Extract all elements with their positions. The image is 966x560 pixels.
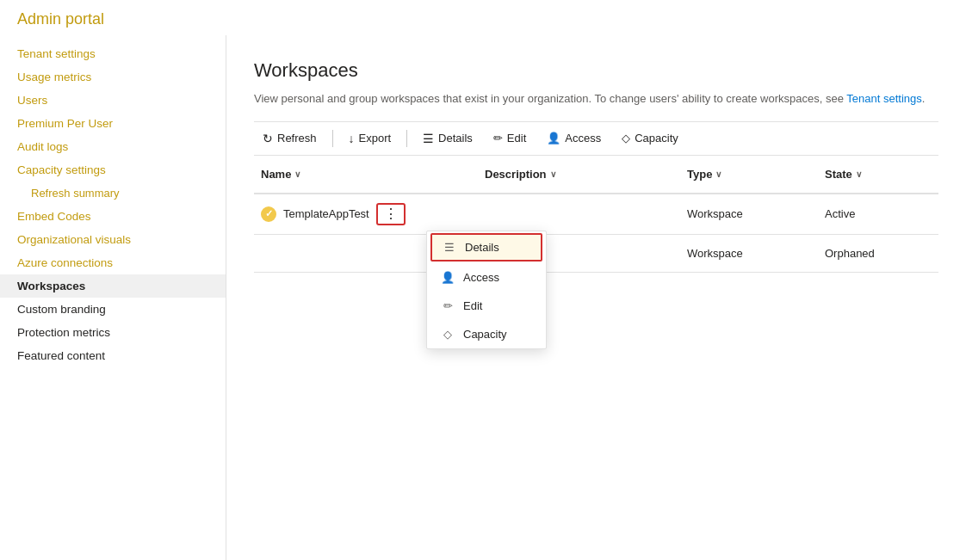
col-header-state[interactable]: State ∨ — [818, 164, 938, 184]
sidebar: Tenant settings Usage metrics Users Prem… — [0, 35, 226, 560]
sidebar-item-featured-content[interactable]: Featured content — [0, 344, 226, 367]
tenant-settings-link[interactable]: Tenant settings — [846, 92, 921, 105]
row1-name-cell: TemplateAppTest ⋮ — [254, 194, 478, 234]
table-row: Workspace Orphaned — [254, 235, 938, 273]
sidebar-item-capacity-settings[interactable]: Capacity settings — [0, 158, 226, 182]
workspaces-table: Name ∨ Description ∨ Type ∨ State ∨ — [254, 156, 938, 273]
toolbar: ↻ Refresh ↓ Export ☰ Details ✏ Edit 👤 Ac… — [254, 121, 938, 156]
capacity-menu-icon: ◇ — [441, 328, 455, 341]
main-layout: Tenant settings Usage metrics Users Prem… — [0, 35, 966, 560]
sidebar-item-embed-codes[interactable]: Embed Codes — [0, 205, 226, 228]
edit-button[interactable]: ✏ Edit — [485, 127, 535, 149]
name-sort-icon: ∨ — [294, 169, 300, 179]
sidebar-item-protection-metrics[interactable]: Protection metrics — [0, 321, 226, 344]
capacity-button[interactable]: ◇ Capacity — [613, 127, 687, 149]
col-header-name[interactable]: Name ∨ — [254, 164, 478, 184]
export-icon: ↓ — [349, 132, 355, 145]
refresh-icon: ↻ — [263, 132, 273, 145]
page-description: View personal and group workspaces that … — [254, 90, 938, 108]
sidebar-item-custom-branding[interactable]: Custom branding — [0, 298, 226, 321]
toolbar-divider-1 — [332, 130, 333, 147]
sidebar-item-refresh-summary[interactable]: Refresh summary — [0, 182, 226, 205]
row1-description-cell — [478, 206, 680, 223]
context-menu-capacity[interactable]: ◇ Capacity — [427, 320, 546, 348]
sidebar-item-users[interactable]: Users — [0, 89, 226, 112]
context-menu-access[interactable]: 👤 Access — [427, 263, 546, 292]
access-button[interactable]: 👤 Access — [538, 127, 610, 149]
type-sort-icon: ∨ — [715, 169, 721, 179]
row1-more-options-button[interactable]: ⋮ — [376, 203, 406, 225]
refresh-button[interactable]: ↻ Refresh — [254, 127, 325, 150]
sidebar-item-usage-metrics[interactable]: Usage metrics — [0, 65, 226, 89]
details-menu-icon: ☰ — [443, 241, 456, 254]
details-button[interactable]: ☰ Details — [414, 127, 481, 150]
context-menu-edit[interactable]: ✏ Edit — [427, 292, 546, 320]
row1-state-cell: Active — [818, 199, 938, 229]
app-title: Admin portal — [17, 10, 104, 28]
sidebar-item-organizational-visuals[interactable]: Organizational visuals — [0, 228, 226, 251]
sidebar-item-audit-logs[interactable]: Audit logs — [0, 135, 226, 158]
edit-menu-icon: ✏ — [441, 299, 455, 312]
app-header: Admin portal — [0, 0, 966, 35]
row1-name: TemplateAppTest — [283, 207, 369, 220]
context-menu-details[interactable]: ☰ Details — [430, 233, 542, 262]
main-content: Workspaces View personal and group works… — [226, 35, 966, 560]
capacity-icon: ◇ — [622, 132, 630, 145]
row2-type-cell: Workspace — [680, 238, 818, 268]
export-button[interactable]: ↓ Export — [340, 127, 400, 150]
col-header-description[interactable]: Description ∨ — [478, 164, 680, 184]
table-header: Name ∨ Description ∨ Type ∨ State ∨ — [254, 156, 938, 194]
details-icon: ☰ — [423, 132, 434, 145]
description-sort-icon: ∨ — [550, 169, 556, 179]
sidebar-item-workspaces[interactable]: Workspaces — [0, 274, 226, 298]
access-menu-icon: 👤 — [441, 271, 455, 284]
context-menu: ☰ Details 👤 Access ✏ Edit ◇ Capacity — [426, 231, 547, 349]
state-sort-icon: ∨ — [856, 169, 862, 179]
table-row: TemplateAppTest ⋮ Workspace Active ☰ Det… — [254, 194, 938, 235]
toolbar-divider-2 — [406, 130, 407, 147]
row1-type-cell: Workspace — [680, 199, 818, 229]
col-header-type[interactable]: Type ∨ — [680, 164, 818, 184]
page-title: Workspaces — [254, 59, 938, 82]
access-icon: 👤 — [547, 132, 560, 145]
edit-icon: ✏ — [493, 132, 503, 145]
sidebar-item-azure-connections[interactable]: Azure connections — [0, 251, 226, 274]
row2-state-cell: Orphaned — [818, 238, 938, 268]
row1-status-icon — [261, 206, 276, 222]
sidebar-item-premium-per-user[interactable]: Premium Per User — [0, 112, 226, 135]
sidebar-item-tenant-settings[interactable]: Tenant settings — [0, 42, 226, 65]
